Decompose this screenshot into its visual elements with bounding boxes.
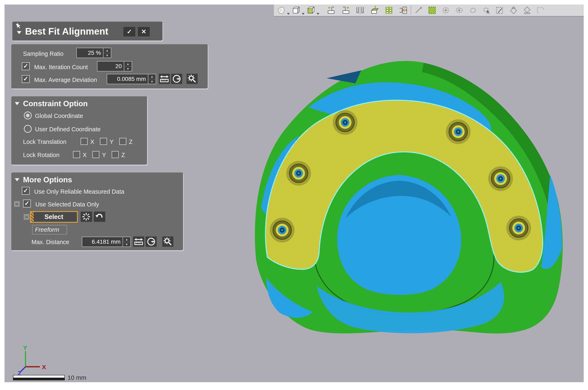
axis-x-label: X — [90, 139, 94, 145]
ellipse-select-icon[interactable] — [455, 6, 464, 15]
axis-z-label: Z — [129, 139, 133, 145]
sampling-ratio-spinner[interactable]: ▲▼ — [103, 48, 111, 58]
cube-view-icon[interactable] — [292, 6, 300, 15]
view-select-toolbar — [274, 4, 584, 16]
line-select-icon[interactable] — [414, 6, 423, 15]
radius-probe-button[interactable] — [171, 74, 182, 84]
collapse-icon[interactable] — [17, 31, 21, 34]
lock-translation-y-checkbox[interactable] — [100, 138, 107, 145]
axis-y-label: Y — [102, 152, 106, 158]
brush-select-icon[interactable] — [496, 6, 504, 15]
select-button[interactable]: Select — [30, 211, 78, 223]
hierarchy-compare-icon[interactable] — [399, 6, 408, 15]
selected-data-label: Use Selected Data Only — [35, 201, 99, 208]
lock-translation-label: Lock Translation — [23, 139, 66, 145]
deviation-spinner[interactable]: ▲▼ — [148, 74, 156, 84]
undo-button[interactable] — [94, 212, 105, 222]
paste-down-left-icon[interactable] — [327, 6, 336, 15]
freeform-button[interactable]: Freeform — [32, 225, 67, 234]
axis-x-label: X — [83, 152, 86, 158]
polyhedron-view-icon[interactable] — [277, 6, 286, 15]
selected-data-checkbox[interactable]: ✓ — [23, 200, 31, 207]
stamp-select-icon[interactable] — [523, 6, 532, 15]
dialog-titlebar: Best Fit Alignment ✓ ✕ — [12, 22, 163, 41]
pin-icon[interactable] — [14, 22, 22, 30]
user-coordinate-label: User Defined Coordinate — [35, 126, 101, 133]
scale-bar-label: 10 mm — [67, 374, 86, 381]
iteration-label: Max. Iteration Count — [34, 64, 88, 71]
axis-x-glyph: X — [42, 364, 46, 370]
implant-5 — [270, 218, 294, 243]
max-distance-field[interactable]: 6.4181 mm — [82, 237, 123, 247]
grid-table-icon[interactable] — [384, 6, 393, 15]
constraint-header: Constraint Option — [23, 99, 88, 108]
axis-z-label: Z — [121, 152, 125, 158]
check-icon: ✓ — [127, 28, 132, 35]
reliable-data-label: Use Only Reliable Measured Data — [34, 188, 124, 195]
smart-detect-button[interactable] — [162, 237, 173, 247]
sampling-ratio-field[interactable]: 25 % — [76, 48, 103, 58]
implant-1 — [333, 110, 357, 135]
circle-select-icon[interactable] — [441, 6, 450, 15]
iteration-checkbox[interactable]: ✓ — [22, 62, 30, 70]
probe-box-icon[interactable] — [370, 6, 379, 15]
max-distance-label: Max. Distance — [32, 239, 69, 245]
implant-3 — [286, 161, 311, 186]
lock-rotation-y-checkbox[interactable] — [92, 151, 99, 158]
box-view-icon[interactable] — [306, 6, 315, 15]
deviation-label: Max. Average Deviation — [34, 77, 97, 83]
toolbar-separator — [411, 6, 411, 15]
dialog-title: Best Fit Alignment — [25, 26, 108, 37]
measure-range-button[interactable] — [159, 74, 170, 84]
paste-down-right-icon[interactable] — [341, 6, 350, 15]
sampling-ratio-label: Sampling Ratio — [23, 50, 64, 57]
lock-translation-x-checkbox[interactable] — [81, 138, 88, 145]
tree-expander[interactable]: – — [24, 214, 29, 220]
lock-translation-z-checkbox[interactable] — [119, 138, 126, 145]
cancel-button[interactable]: ✕ — [138, 27, 150, 36]
axis-y-label: Y — [110, 139, 114, 145]
smart-detect-button[interactable] — [187, 74, 198, 84]
deviation-field[interactable]: 0.0085 mm — [107, 74, 148, 84]
chevron-down-icon[interactable] — [302, 13, 305, 15]
chevron-down-icon[interactable] — [317, 13, 319, 15]
dental-scan-model — [247, 51, 572, 340]
tree-expander[interactable]: – — [14, 201, 20, 207]
3d-viewport[interactable]: Best Fit Alignment ✓ ✕ Sampling Ratio 25… — [4, 4, 584, 382]
iteration-spinner[interactable]: ▲▼ — [124, 61, 132, 71]
axis-y-glyph: Y — [23, 344, 27, 351]
global-coordinate-radio[interactable] — [24, 111, 32, 119]
measure-range-button[interactable] — [133, 237, 144, 247]
lasso-pick-icon[interactable] — [482, 6, 491, 15]
scale-bar — [13, 375, 65, 380]
section-channels-icon[interactable] — [356, 6, 365, 15]
chevron-down-icon[interactable] — [287, 13, 290, 15]
polyhedron-select-icon[interactable] — [509, 6, 518, 15]
collapse-icon[interactable] — [15, 178, 19, 181]
active-hatch — [31, 212, 34, 222]
deselect-burst-button[interactable] — [81, 212, 92, 222]
close-icon: ✕ — [141, 28, 146, 35]
sampling-panel: Sampling Ratio 25 % ▲▼ ✓ Max. Iteration … — [11, 44, 208, 89]
implant-4 — [488, 166, 513, 191]
global-coordinate-label: Global Coordinate — [35, 113, 83, 119]
clipped-select-icon[interactable] — [536, 6, 545, 15]
collapse-icon[interactable] — [15, 102, 19, 105]
deviation-checkbox[interactable]: ✓ — [22, 75, 30, 83]
implant-2 — [446, 119, 470, 144]
max-distance-spinner[interactable]: ▲▼ — [123, 237, 131, 247]
reliable-data-checkbox[interactable]: ✓ — [22, 187, 30, 195]
user-coordinate-radio[interactable] — [24, 125, 32, 133]
rectangle-select-icon[interactable] — [428, 6, 437, 15]
lock-rotation-x-checkbox[interactable] — [73, 151, 80, 158]
implant-6 — [506, 216, 531, 240]
more-options-panel: More Options ✓ Use Only Reliable Measure… — [11, 172, 183, 250]
more-options-header: More Options — [23, 176, 72, 184]
lock-rotation-label: Lock Rotation — [23, 152, 59, 158]
ok-button[interactable]: ✓ — [124, 27, 135, 36]
lasso-select-icon[interactable] — [468, 6, 477, 15]
iteration-field[interactable]: 20 — [97, 61, 124, 71]
lock-rotation-z-checkbox[interactable] — [112, 151, 119, 158]
constraint-panel: Constraint Option Global Coordinate User… — [11, 96, 147, 165]
radius-probe-button[interactable] — [146, 237, 157, 247]
